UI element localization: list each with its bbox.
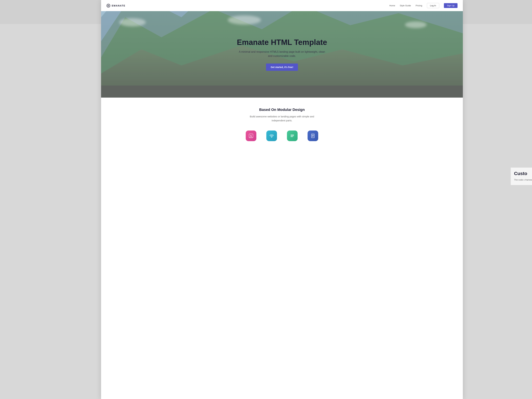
nav-pricing[interactable]: Pricing — [416, 4, 422, 7]
right-panel-text: The code c framework organized on perfor… — [514, 178, 532, 182]
svg-point-2 — [108, 5, 109, 6]
svg-rect-20 — [311, 134, 314, 138]
svg-rect-22 — [312, 135, 314, 136]
feature-item-typography: A — [246, 131, 256, 141]
navbar: EMANATE Home Style Guide Pricing Log In … — [101, 0, 463, 11]
hero-section: Emanate HTML Template A minimal and resp… — [101, 11, 463, 98]
right-panel-title: Custo — [514, 171, 532, 176]
svg-rect-19 — [291, 137, 293, 137]
feature-item-list — [287, 131, 298, 141]
hero-content: Emanate HTML Template A minimal and resp… — [230, 38, 334, 71]
hero-cta-button[interactable]: Get started, it's free! — [266, 63, 298, 71]
nav-links: Home Style Guide Pricing Log In Sign Up — [389, 3, 457, 8]
feature-item-wifi — [266, 131, 277, 141]
features-icons-row: A — [106, 131, 457, 141]
login-button[interactable]: Log In — [427, 3, 439, 8]
logo: EMANATE — [106, 4, 125, 8]
svg-point-16 — [271, 137, 272, 138]
logo-icon — [106, 4, 110, 8]
signup-button[interactable]: Sign Up — [444, 3, 457, 8]
cloud-2 — [228, 15, 261, 25]
svg-rect-23 — [312, 136, 313, 137]
wifi-icon — [266, 131, 277, 141]
svg-rect-18 — [291, 136, 294, 136]
main-card: EMANATE Home Style Guide Pricing Log In … — [101, 0, 463, 399]
cloud-1 — [119, 18, 146, 26]
svg-rect-17 — [291, 135, 294, 135]
hero-title: Emanate HTML Template — [237, 38, 327, 47]
right-side-panel: Custo The code c framework organized on … — [511, 168, 532, 185]
features-subtitle: Build awesome websites or landing pages … — [244, 114, 320, 122]
logo-text: EMANATE — [112, 4, 125, 7]
nav-style-guide[interactable]: Style Guide — [400, 4, 411, 7]
document-icon — [308, 131, 318, 141]
svg-rect-21 — [312, 135, 314, 135]
nav-home[interactable]: Home — [389, 4, 395, 7]
typography-icon: A — [246, 131, 256, 141]
list-icon — [287, 131, 298, 141]
svg-text:A: A — [250, 134, 252, 137]
feature-item-document — [308, 131, 318, 141]
hero-subtitle: A minimal and responsive HTML5 landing p… — [239, 50, 325, 58]
svg-rect-15 — [249, 137, 253, 138]
features-section: Based On Modular Design Build awesome we… — [101, 98, 463, 148]
features-title: Based On Modular Design — [106, 108, 457, 112]
